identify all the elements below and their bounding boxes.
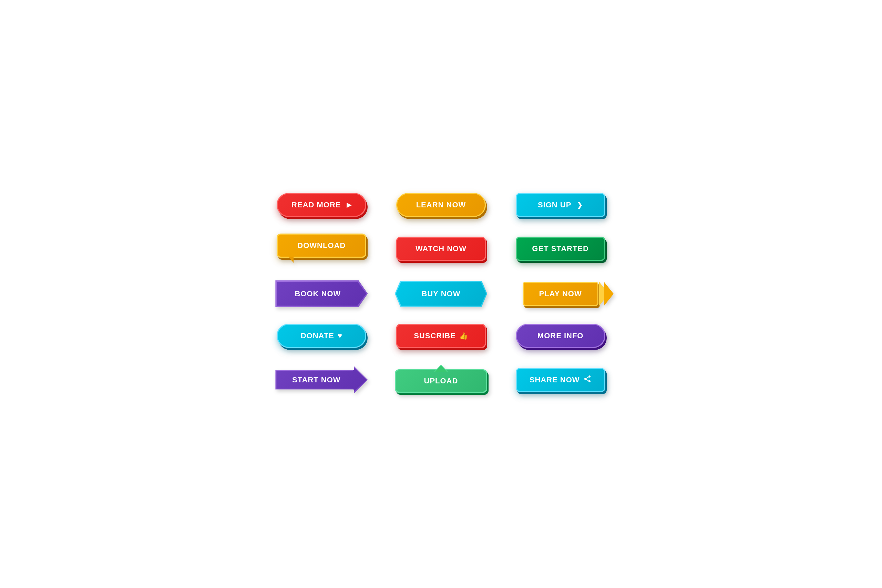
- subscribe-button[interactable]: SUSCRIBE 👍: [396, 324, 486, 348]
- download-label: DOWNLOAD: [297, 241, 346, 250]
- watch-now-label: WATCH NOW: [416, 244, 466, 253]
- button-grid: READ MORE LEARN NOW SIGN UP DOWNLOAD WAT…: [252, 172, 630, 416]
- watch-now-wrapper: WATCH NOW: [392, 234, 490, 264]
- book-now-button[interactable]: BOOK NOW: [277, 282, 366, 306]
- donate-button[interactable]: DONATE ♥: [277, 324, 366, 348]
- share-now-label: SHARE NOW: [530, 375, 580, 384]
- play-now-button[interactable]: PLAY NOW: [523, 282, 598, 306]
- svg-line-4: [586, 379, 588, 381]
- svg-point-0: [588, 375, 591, 378]
- read-more-label: READ MORE: [291, 201, 341, 209]
- more-info-wrapper: MORE INFO: [511, 324, 610, 348]
- buy-now-button[interactable]: BUY NOW: [396, 282, 486, 306]
- learn-now-button[interactable]: LEARN NOW: [396, 193, 486, 217]
- svg-line-3: [586, 377, 588, 378]
- sign-up-wrapper: SIGN UP: [511, 193, 610, 217]
- svg-point-2: [588, 380, 591, 382]
- donate-label: DONATE: [301, 332, 334, 340]
- heart-icon: ♥: [338, 332, 342, 340]
- download-wrapper: DOWNLOAD: [272, 234, 371, 264]
- book-now-outer: BOOK NOW: [275, 280, 368, 307]
- buy-now-wrapper: BUY NOW: [392, 280, 490, 307]
- read-more-wrapper: READ MORE: [272, 193, 371, 217]
- more-info-label: MORE INFO: [537, 332, 584, 340]
- sign-up-button[interactable]: SIGN UP: [516, 193, 605, 217]
- play-chevrons: [599, 282, 614, 306]
- thumbs-up-icon: 👍: [459, 332, 468, 340]
- start-now-wrapper: START NOW: [272, 364, 371, 396]
- start-now-outer: START NOW: [275, 366, 368, 394]
- more-info-button[interactable]: MORE INFO: [516, 324, 605, 348]
- upload-label: UPLOAD: [424, 376, 458, 386]
- get-started-wrapper: GET STARTED: [511, 234, 610, 264]
- get-started-button[interactable]: GET STARTED: [516, 237, 605, 261]
- svg-point-1: [584, 378, 586, 380]
- upload-notch-fill-icon: [435, 366, 447, 372]
- download-button[interactable]: DOWNLOAD: [277, 234, 366, 258]
- learn-now-label: LEARN NOW: [416, 201, 466, 209]
- book-now-label: BOOK NOW: [295, 290, 341, 298]
- learn-now-wrapper: LEARN NOW: [392, 193, 490, 217]
- play-now-wrapper: PLAY NOW: [511, 280, 610, 307]
- share-now-button[interactable]: SHARE NOW: [516, 368, 605, 392]
- read-more-button[interactable]: READ MORE: [277, 193, 366, 217]
- watch-now-button[interactable]: WATCH NOW: [396, 237, 486, 261]
- subscribe-label: SUSCRIBE: [414, 332, 456, 340]
- start-now-label: START NOW: [292, 375, 341, 384]
- sign-up-label: SIGN UP: [538, 201, 571, 209]
- upload-outer: UPLOAD: [395, 364, 487, 396]
- share-now-wrapper: SHARE NOW: [511, 364, 610, 396]
- upload-wrapper: UPLOAD: [392, 364, 490, 396]
- play-now-outer: PLAY NOW: [523, 281, 598, 307]
- start-now-button[interactable]: START NOW: [276, 367, 367, 393]
- subscribe-wrapper: SUSCRIBE 👍: [392, 324, 490, 348]
- play-now-label: PLAY NOW: [539, 290, 582, 298]
- get-started-label: GET STARTED: [532, 244, 589, 253]
- chevron-2-icon: [604, 282, 614, 306]
- share-icon: [583, 375, 591, 385]
- donate-wrapper: DONATE ♥: [272, 324, 371, 348]
- upload-button[interactable]: UPLOAD: [395, 369, 487, 393]
- buy-now-outer: BUY NOW: [395, 281, 487, 307]
- book-now-wrapper: BOOK NOW: [272, 280, 371, 307]
- buy-now-label: BUY NOW: [422, 290, 460, 298]
